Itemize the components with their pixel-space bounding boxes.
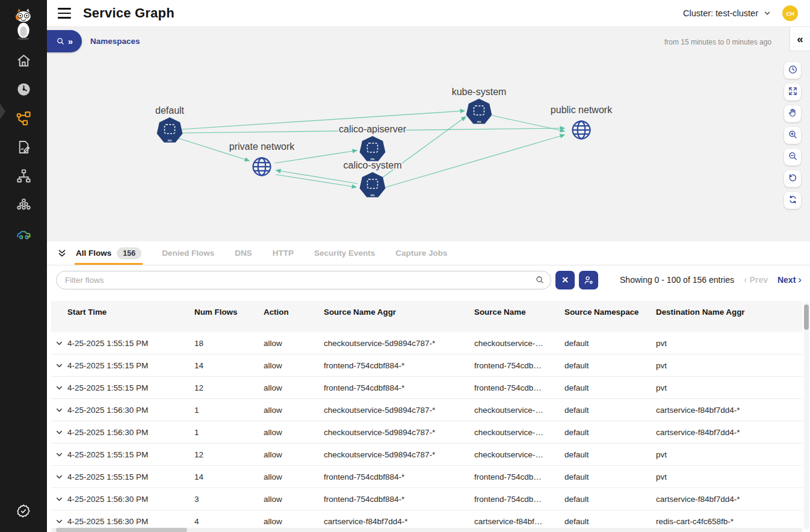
- service-graph-icon: [16, 110, 32, 129]
- edge-calico-system-to-private-network: [276, 170, 357, 184]
- calico-cat-logo[interactable]: [0, 5, 47, 42]
- filter-flows-input[interactable]: [56, 271, 551, 289]
- flow-row[interactable]: 4-25-2025 1:55:15 PM14allowfrontend-754c…: [51, 354, 803, 377]
- fit-screen-button[interactable]: [784, 84, 801, 101]
- expand-row-icon[interactable]: [51, 406, 67, 415]
- pan-button[interactable]: [784, 105, 801, 122]
- sidebar-item-network[interactable]: [0, 162, 47, 191]
- customize-columns-button[interactable]: [579, 271, 598, 289]
- expand-row-icon[interactable]: [51, 339, 67, 348]
- globe-icon: [253, 158, 271, 176]
- svg-text:ns: ns: [477, 120, 481, 123]
- sidebar-item-policies[interactable]: [0, 134, 47, 162]
- zoom-out-button[interactable]: [784, 149, 801, 165]
- tab-dns[interactable]: DNS: [235, 241, 252, 265]
- sidebar-item-dashboard[interactable]: [0, 76, 47, 105]
- flows-table-header: Start TimeNum FlowsActionSource Name Agg…: [51, 301, 803, 332]
- chevron-down-icon: [763, 9, 771, 17]
- sidebar: [0, 0, 47, 532]
- reset-icon: [788, 173, 798, 185]
- expand-row-icon[interactable]: [51, 495, 67, 504]
- collapse-flows-panel-icon[interactable]: [57, 248, 67, 259]
- pan-hand-icon: [788, 108, 798, 120]
- sidebar-item-compliance[interactable]: [0, 503, 47, 521]
- tab-security-events[interactable]: Security Events: [314, 241, 375, 265]
- zoom-in-button[interactable]: [784, 127, 801, 144]
- app: Service Graph Cluster: test-cluster CH n…: [0, 0, 810, 532]
- clear-filter-button[interactable]: ✕: [555, 271, 575, 289]
- horizontal-scrollbar: [51, 528, 803, 532]
- graph-node-label: kube-system: [452, 87, 507, 97]
- sidebar-item-home[interactable]: [0, 47, 47, 76]
- expand-row-icon[interactable]: [51, 383, 67, 392]
- sidebar-wedge: [0, 104, 5, 119]
- column-header: Start Time: [67, 308, 194, 317]
- expand-row-icon[interactable]: [51, 450, 67, 459]
- graph-node-public-network[interactable]: public network: [551, 105, 613, 139]
- tab-denied-flows[interactable]: Denied Flows: [162, 241, 214, 265]
- graph-node-calico-system[interactable]: nscalico-system: [344, 160, 402, 197]
- vertical-scrollbar-thumb[interactable]: [804, 305, 809, 330]
- expand-row-icon[interactable]: [51, 472, 67, 481]
- sidebar-nav: [0, 47, 47, 249]
- badge-check-icon: [16, 503, 31, 521]
- zoom-out-icon: [788, 151, 798, 163]
- tab-all-flows[interactable]: All Flows156: [76, 241, 141, 265]
- collapse-side-panel-button[interactable]: «: [790, 27, 810, 51]
- graph-node-label: calico-system: [344, 160, 402, 170]
- filter-input-wrap: [56, 271, 551, 289]
- flows-tab-bar: All Flows156Denied FlowsDNSHTTPSecurity …: [47, 241, 810, 265]
- cluster-selector[interactable]: Cluster: test-cluster: [683, 8, 771, 18]
- view-time-button[interactable]: [784, 62, 801, 79]
- home-icon: [16, 52, 32, 71]
- expand-row-icon[interactable]: [51, 428, 67, 437]
- tab-http[interactable]: HTTP: [273, 241, 294, 265]
- flow-row[interactable]: 4-25-2025 1:55:15 PM12allowfrontend-754c…: [51, 377, 803, 399]
- breadcrumb-namespaces[interactable]: Namespaces: [90, 37, 140, 46]
- refresh-button[interactable]: [784, 192, 801, 209]
- policy-document-icon: [16, 139, 32, 158]
- user-gear-icon: [583, 274, 595, 286]
- tab-count-badge: 156: [117, 247, 141, 259]
- graph-node-kube-system[interactable]: nskube-system: [452, 87, 507, 124]
- expand-row-icon[interactable]: [51, 517, 67, 526]
- prev-page-button[interactable]: ‹Prev: [744, 274, 768, 286]
- graph-node-default[interactable]: nsdefault: [155, 105, 185, 143]
- cat-logo-icon: [10, 7, 37, 40]
- page-title: Service Graph: [83, 5, 175, 21]
- horizontal-scrollbar-thumb[interactable]: [56, 528, 187, 532]
- filter-row: ✕ Showing 0 - 100 of 156 entries ‹Prev N…: [47, 265, 810, 294]
- flow-row[interactable]: 4-25-2025 1:55:15 PM18allowcheckoutservi…: [51, 332, 803, 354]
- tab-capture-jobs[interactable]: Capture Jobs: [395, 241, 447, 265]
- next-page-button[interactable]: Next›: [778, 274, 802, 286]
- hamburger-menu-button[interactable]: [58, 8, 71, 19]
- globe-icon: [573, 122, 590, 139]
- flow-row[interactable]: 4-25-2025 1:56:30 PM3allowfrontend-754cd…: [51, 488, 803, 510]
- time-range-label: from 15 minutes to 0 minutes ago: [664, 38, 771, 46]
- topbar: Service Graph Cluster: test-cluster CH: [47, 0, 810, 26]
- expand-row-icon[interactable]: [51, 361, 67, 370]
- flows-panel: All Flows156Denied FlowsDNSHTTPSecurity …: [47, 241, 810, 532]
- car-icon: [16, 226, 32, 244]
- service-graph-canvas[interactable]: nsdefaultprivate networknscalico-apiserv…: [47, 27, 810, 242]
- avatar[interactable]: CH: [782, 5, 798, 21]
- sidebar-item-service-graph[interactable]: [0, 105, 47, 134]
- endpoints-cluster-icon: [16, 197, 32, 215]
- double-chevron-right-icon: »: [68, 37, 73, 46]
- flow-row[interactable]: 4-25-2025 1:56:30 PM1allowcheckoutservic…: [51, 421, 803, 444]
- flow-row[interactable]: 4-25-2025 1:56:30 PM1allowcheckoutservic…: [51, 399, 803, 421]
- graph-node-private-network[interactable]: private network: [229, 141, 295, 176]
- sidebar-item-image-assurance[interactable]: [0, 220, 47, 249]
- graph-node-calico-apiserver[interactable]: nscalico-apiserver: [339, 124, 407, 161]
- graph-search-button[interactable]: »: [47, 30, 82, 52]
- reset-view-button[interactable]: [784, 170, 801, 187]
- column-header: Source Namespace: [564, 308, 656, 317]
- edge-default-to-kube-system: [181, 111, 465, 129]
- sidebar-item-endpoints[interactable]: [0, 191, 47, 220]
- flow-row[interactable]: 4-25-2025 1:55:15 PM14allowfrontend-754c…: [51, 466, 803, 488]
- service-graph-panel: nsdefaultprivate networknscalico-apiserv…: [47, 26, 810, 241]
- flow-row[interactable]: 4-25-2025 1:55:15 PM12allowcheckoutservi…: [51, 444, 803, 466]
- column-header: Source Name: [474, 308, 564, 317]
- column-header: Num Flows: [194, 308, 264, 317]
- cluster-selector-label: Cluster: test-cluster: [683, 8, 758, 18]
